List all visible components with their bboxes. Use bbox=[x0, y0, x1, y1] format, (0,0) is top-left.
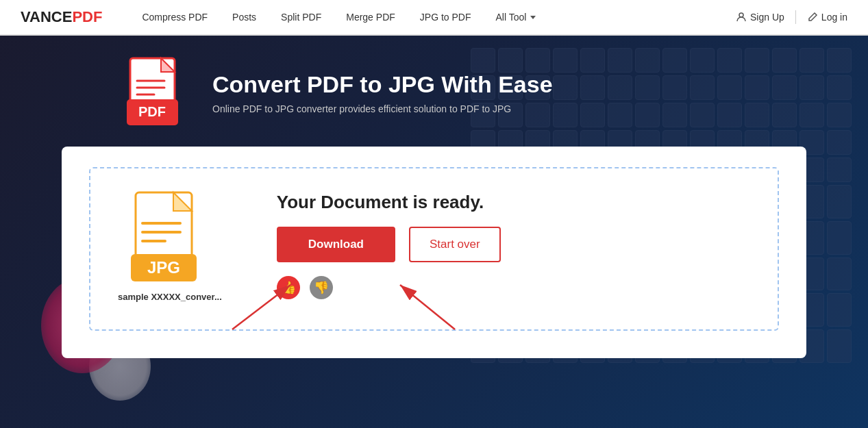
signup-button[interactable]: Sign Up bbox=[736, 12, 784, 23]
hero-subtitle: Online PDF to JPG converter provides eff… bbox=[212, 103, 553, 114]
file-icon-area: JPG sample XXXXX_conver... bbox=[118, 189, 222, 302]
jpg-file-icon: JPG bbox=[125, 189, 214, 285]
logo[interactable]: VANCEPDF bbox=[21, 8, 102, 26]
svg-text:JPG: JPG bbox=[147, 258, 180, 277]
svg-line-16 bbox=[400, 285, 455, 329]
thumbs-down-icon: 👎 bbox=[314, 280, 329, 295]
user-icon bbox=[736, 12, 747, 23]
dislike-button[interactable]: 👎 bbox=[310, 276, 333, 299]
login-button[interactable]: Log in bbox=[807, 12, 847, 23]
nav-all-tool[interactable]: All Tool bbox=[483, 12, 548, 23]
dashed-box: JPG sample XXXXX_conver... Your Document… bbox=[89, 167, 779, 331]
edit-icon bbox=[807, 12, 818, 23]
nav-jpg-to-pdf[interactable]: JPG to PDF bbox=[408, 12, 484, 23]
svg-point-0 bbox=[739, 13, 743, 17]
filename-label: sample XXXXX_conver... bbox=[118, 292, 222, 302]
hero-text: Convert PDF to JPG With Ease Online PDF … bbox=[212, 71, 553, 115]
svg-text:PDF: PDF bbox=[138, 104, 166, 119]
nav-posts[interactable]: Posts bbox=[220, 12, 269, 23]
nav-links: Compress PDF Posts Split PDF Merge PDF J… bbox=[129, 12, 736, 23]
main-card: JPG sample XXXXX_conver... Your Document… bbox=[62, 147, 806, 358]
navbar: VANCEPDF Compress PDF Posts Split PDF Me… bbox=[0, 0, 868, 36]
startover-button[interactable]: Start over bbox=[409, 227, 501, 262]
logo-pdf: PDF bbox=[72, 8, 102, 25]
download-button[interactable]: Download bbox=[277, 227, 395, 262]
nav-right: Sign Up Log in bbox=[736, 10, 847, 24]
hero-title: Convert PDF to JPG With Ease bbox=[212, 71, 553, 99]
nav-divider bbox=[795, 10, 796, 24]
nav-split-pdf[interactable]: Split PDF bbox=[269, 12, 334, 23]
buttons-row: Download Start over bbox=[277, 227, 501, 262]
nav-compress-pdf[interactable]: Compress PDF bbox=[129, 12, 220, 23]
chevron-down-icon bbox=[530, 16, 536, 19]
pdf-icon: PDF bbox=[123, 55, 192, 130]
ready-text: Your Document is ready. bbox=[277, 192, 484, 213]
nav-merge-pdf[interactable]: Merge PDF bbox=[334, 12, 408, 23]
hero-section: PDF Convert PDF to JPG With Ease Online … bbox=[0, 36, 868, 147]
like-button[interactable]: 👍 bbox=[277, 276, 300, 299]
thumbs-up-icon: 👍 bbox=[281, 280, 296, 295]
logo-vance: VANCE bbox=[21, 8, 72, 25]
feedback-row: 👍 👎 bbox=[277, 276, 333, 299]
result-area: Your Document is ready. bbox=[277, 192, 750, 299]
